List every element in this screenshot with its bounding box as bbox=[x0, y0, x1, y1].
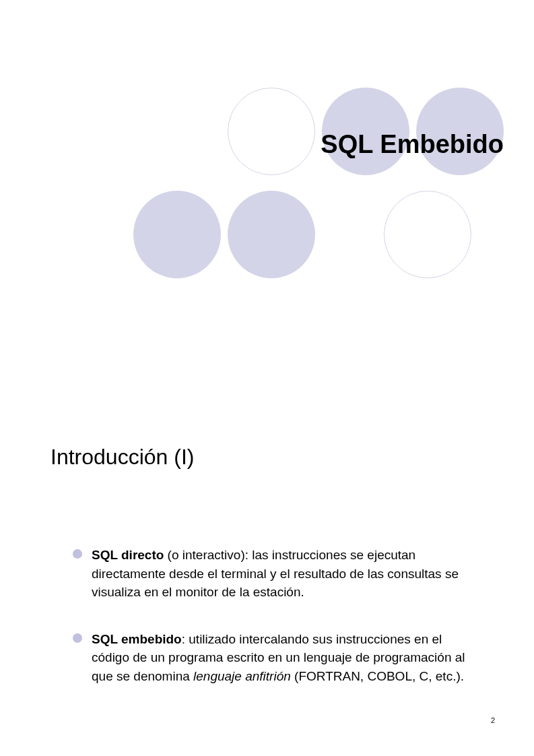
bullet-lead: SQL embebido bbox=[92, 632, 182, 646]
page-number: 2 bbox=[491, 716, 495, 724]
section-title: Introducción (I) bbox=[51, 445, 194, 470]
decorative-circle bbox=[228, 191, 315, 278]
bullet-icon bbox=[73, 633, 82, 643]
list-item: SQL directo (o interactivo): las instruc… bbox=[73, 546, 473, 602]
decorative-circle bbox=[384, 191, 471, 278]
decorative-circle bbox=[133, 191, 221, 278]
main-title: SQL Embebido bbox=[0, 130, 504, 159]
bullet-lead: SQL directo bbox=[92, 548, 164, 562]
bullet-icon bbox=[73, 549, 82, 559]
bullet-text-after: (FORTRAN, COBOL, C, etc.). bbox=[291, 669, 464, 683]
bullet-italic: lenguaje anfitrión bbox=[193, 669, 291, 683]
content-list: SQL directo (o interactivo): las instruc… bbox=[73, 546, 473, 714]
list-item: SQL embebido: utilizado intercalando sus… bbox=[73, 630, 473, 686]
